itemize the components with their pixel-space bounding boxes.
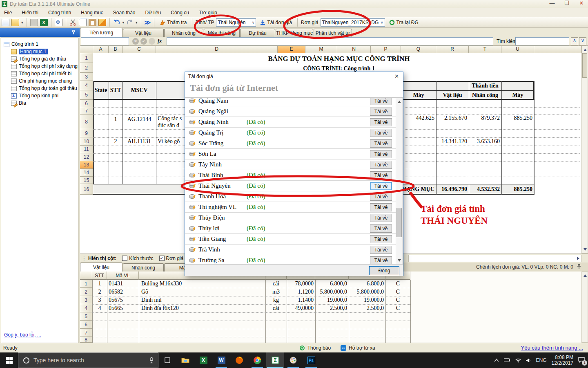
materials-table[interactable]: STT Mã VL 1 2 3 4 [80, 272, 588, 343]
download-row-button[interactable]: Tải về [370, 171, 392, 180]
start-button[interactable] [0, 352, 18, 368]
download-row-button[interactable]: Tải về [370, 193, 392, 201]
col-header-selected[interactable]: E [278, 46, 305, 53]
mat-cell[interactable]: 49,0000 [287, 305, 314, 312]
row-header[interactable]: 7 [80, 107, 93, 114]
battery-icon[interactable] [504, 358, 510, 362]
mat-cell[interactable]: 1,1400 [287, 297, 314, 303]
mat-cell[interactable]: Đinh mũ [141, 297, 264, 303]
download-row-button[interactable]: Tải về [370, 235, 392, 243]
eta-app-button[interactable]: Σ [266, 352, 284, 368]
row-header[interactable]: 14 [80, 169, 93, 177]
download-row-button[interactable]: Tải về [370, 97, 392, 105]
mat-cell[interactable]: 05665 [109, 305, 139, 312]
tree-item[interactable]: Tổng hợp giá dự thầu [4, 55, 77, 63]
mat-cell[interactable]: 06582 [109, 289, 139, 295]
firefox-button[interactable] [230, 352, 248, 368]
mat-cell[interactable]: 5.800.000,0 [349, 289, 384, 295]
mat-cell[interactable]: cái [265, 280, 287, 287]
paste-icon[interactable] [89, 19, 96, 26]
search-input[interactable] [515, 37, 569, 45]
download-row-button[interactable]: Tải về [370, 150, 392, 158]
mat-cell[interactable]: 2 [92, 289, 107, 295]
tree-item[interactable]: Tổng hợp kinh phí [4, 92, 77, 99]
scroll-thumb[interactable] [582, 53, 587, 78]
menu-hang-muc[interactable]: Hạng mục [81, 10, 103, 16]
pin-icon[interactable] [71, 29, 76, 35]
province-row[interactable]: Sơn LaTải về [185, 149, 396, 159]
row-header[interactable]: 16 [80, 184, 93, 195]
download-unitprice-button[interactable]: Tải đơn giá [258, 19, 294, 26]
mat-cell[interactable]: 5.800.000,0 [315, 289, 347, 295]
paint-button[interactable] [284, 352, 302, 368]
tree-item-hang-muc[interactable]: Hạng mục 1 [4, 48, 77, 55]
cell[interactable]: 1 [109, 116, 122, 123]
open-icon[interactable] [11, 19, 19, 26]
mat-cell[interactable]: 1 [92, 280, 107, 287]
download-row-button[interactable]: Tải về [370, 246, 392, 254]
pin-icon[interactable] [577, 264, 581, 270]
province-row[interactable]: Quảng NamTải về [185, 97, 396, 106]
tab-may-thi-cong[interactable]: Máy thi công [204, 29, 240, 37]
mat-row-header[interactable]: 2 [80, 288, 92, 296]
mat-cell[interactable]: 01431 [109, 280, 139, 287]
enter-icon[interactable]: ✓ [140, 38, 147, 45]
task-view-button[interactable] [158, 352, 176, 368]
cell[interactable]: 885.250 [501, 115, 532, 121]
chrome-button[interactable] [248, 352, 266, 368]
mat-cell[interactable]: 2.500,0 [315, 305, 347, 312]
run-icon[interactable]: ≫ [145, 19, 151, 26]
sheet-vscrollbar[interactable] [581, 46, 588, 254]
clock[interactable]: 8:08 PM12/2/2017 [552, 355, 573, 366]
feature-request-link[interactable]: Yêu cầu thêm tính năng ... [521, 345, 584, 351]
status-remote[interactable]: «» Hỗ trợ từ xa [341, 345, 375, 351]
checkbox-kich-thuoc[interactable] [122, 256, 127, 261]
cancel-icon[interactable]: ✕ [132, 38, 139, 45]
tab-phan-tich-vat-tu[interactable]: Phân tích vật tư [314, 29, 352, 37]
search-down-icon[interactable]: ∨ [579, 37, 586, 45]
province-row[interactable]: Thủy lợi(Đã có)Tải về [185, 223, 396, 234]
download-row-button[interactable]: Tải về [370, 139, 392, 148]
name-box[interactable] [81, 37, 129, 45]
tree-item[interactable]: Chi phí hạng mục chung [4, 77, 77, 85]
mat-header-code[interactable]: Mã VL [107, 272, 139, 280]
col-header[interactable]: D [156, 46, 278, 53]
scroll-down-icon[interactable] [398, 259, 401, 262]
row-header[interactable]: 5 [80, 90, 93, 100]
mat-cell[interactable]: 3 [92, 297, 107, 303]
minimize-button[interactable]: — [546, 0, 559, 8]
mat-cell[interactable]: C [385, 297, 410, 303]
scroll-right-icon[interactable] [577, 257, 579, 260]
province-row[interactable]: Thanh Hoá(Đã có)Tải về [185, 191, 396, 202]
mat-cell[interactable]: 2.500,0 [349, 305, 384, 312]
mic-icon[interactable] [149, 357, 154, 364]
file-explorer-button[interactable] [176, 352, 194, 368]
save-icon[interactable] [30, 19, 38, 26]
mat-row-header[interactable]: 4 [80, 304, 92, 312]
download-row-button[interactable]: Tải về [370, 203, 392, 211]
menu-cong-trinh[interactable]: Công trình [48, 10, 71, 16]
mat-cell[interactable]: C [385, 289, 410, 295]
mat-cell[interactable]: 19.000,0 [349, 297, 384, 303]
tab-thkp[interactable]: THKP Hạng mục [276, 29, 313, 37]
excel-button[interactable]: X [194, 352, 212, 368]
tray-expand-icon[interactable] [494, 359, 499, 362]
verify-button[interactable]: Thẩm tra [158, 19, 189, 26]
col-header[interactable]: M [305, 46, 337, 53]
col-header[interactable]: P [371, 46, 401, 53]
undo-icon[interactable] [113, 19, 120, 26]
cell[interactable]: 2 [109, 138, 122, 145]
scroll-up-icon[interactable] [584, 274, 587, 277]
province-row-thai-nguyen[interactable]: Thái Nguyên(Đã có)Tải về [185, 181, 396, 191]
mat-header-stt[interactable]: STT [92, 272, 107, 280]
wifi-icon[interactable] [515, 358, 521, 363]
row-header[interactable]: 15 [80, 177, 93, 184]
mat-cell[interactable]: Bulông M16x330 [141, 280, 264, 287]
row-header[interactable]: 6 [80, 100, 93, 107]
download-row-button[interactable]: Tải về [370, 214, 392, 222]
download-row-button[interactable]: Tải về [370, 118, 392, 126]
print-preview-icon[interactable] [55, 19, 62, 26]
mat-cell[interactable]: C [385, 280, 410, 287]
status-notify[interactable]: Thông báo [299, 345, 331, 351]
row-header-selected[interactable]: 13 [80, 161, 93, 169]
